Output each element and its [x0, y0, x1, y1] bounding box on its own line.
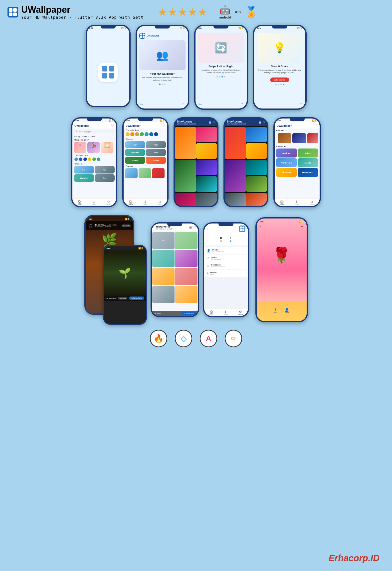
meta-card-8[interactable] [175, 286, 197, 303]
get-started-button[interactable]: Let's Started [270, 78, 289, 82]
settings-profile-item[interactable]: 👤 Profile Your Membership › [204, 247, 248, 254]
skip-button-2[interactable]: Skip [198, 103, 202, 105]
appwrite-icon-circle[interactable]: A [200, 330, 217, 347]
settings-feedback-item[interactable]: ☆ Feedback Input your comment › [204, 262, 248, 270]
chosen-rain[interactable]: Rain [95, 166, 115, 174]
meta-card-1[interactable]: 📰 [152, 232, 175, 249]
meta-download-button[interactable]: DOWNLOAD [182, 312, 196, 315]
pop-card-cat-2[interactable] [292, 133, 306, 143]
sketch-icon-circle[interactable]: ✏ [225, 330, 242, 347]
ba-card-7[interactable] [175, 193, 196, 206]
cat-mobile[interactable]: Mobile [298, 158, 318, 167]
pop-card-1[interactable] [125, 168, 138, 178]
ba-card-b2[interactable] [246, 127, 267, 142]
pop-card-2[interactable] [139, 168, 151, 178]
ba-card-6[interactable] [196, 176, 217, 192]
color-dot-2[interactable] [79, 158, 82, 161]
color-dot-6[interactable] [97, 158, 100, 161]
settings-version-item[interactable]: ℹ Version v.3.0.9 › [204, 270, 248, 277]
heart-icon-5[interactable]: ♡ [315, 124, 318, 128]
nav-home-2[interactable]: 🏠 Home [129, 200, 133, 205]
cat-forest[interactable]: Forest [125, 157, 145, 164]
flutter-icon-circle[interactable]: ◇ [175, 330, 192, 347]
pop-card-cat-3[interactable] [307, 133, 318, 143]
nav-setting-settings[interactable]: ⚙ Setting [238, 310, 243, 315]
heart-icon-3[interactable]: ♡ [212, 121, 215, 124]
meta-heart-icon[interactable]: ♡ [193, 226, 196, 229]
swatch-green[interactable] [140, 132, 144, 136]
pink-heart-icon[interactable]: ♥ [301, 224, 303, 228]
next-arrow-icon[interactable]: → [182, 102, 185, 105]
firebase-icon-circle[interactable]: 🔥 [150, 330, 167, 347]
swatch-orange[interactable] [130, 132, 134, 136]
nav-home-settings[interactable]: 🏠 Home [209, 310, 213, 315]
cat-nature[interactable]: Nature [298, 148, 318, 158]
heart-icon-2[interactable]: ♡ [162, 124, 165, 128]
cat-abstract[interactable]: Abstract [276, 148, 297, 158]
ba-card-b6[interactable] [246, 176, 267, 192]
ba-card-8[interactable] [196, 193, 217, 206]
ba-card-tall-3[interactable] [225, 127, 246, 159]
pink-info-item[interactable]: ℹ Info [274, 308, 277, 314]
color-dot-1[interactable] [74, 158, 78, 161]
color-dot-4[interactable] [88, 158, 91, 161]
ba-card-tall-1[interactable] [175, 127, 196, 159]
ba-card-tall-4[interactable] [225, 160, 246, 192]
chosen-rain2[interactable]: Rain [95, 174, 115, 182]
skip-button[interactable]: Skip [140, 103, 143, 105]
settings-share-item[interactable]: ↗ Share Tell your friend › [204, 254, 248, 262]
cat-sky[interactable]: Sky [125, 141, 145, 148]
pink-back-button[interactable]: ‹ [260, 224, 261, 228]
nav-setting[interactable]: ⚙ Setting [106, 200, 111, 205]
settings-back-button[interactable]: ‹ [207, 227, 208, 230]
ba-card-b7[interactable] [225, 193, 246, 206]
swatch-teal[interactable] [145, 132, 149, 136]
cat-waterfall[interactable]: Waterfall [125, 149, 145, 156]
nav-saved-3[interactable]: ⬇ Saved [295, 200, 299, 205]
nav-home[interactable]: 🏠 Home [78, 200, 82, 205]
meta-card-4[interactable] [175, 250, 197, 267]
cat-rain2[interactable]: Rain [146, 149, 166, 156]
nav-saved-settings[interactable]: ⬇ Saved [223, 310, 228, 315]
ba-card-b8[interactable] [246, 193, 267, 206]
swatch-yellow[interactable] [126, 132, 130, 136]
color-dot-5[interactable] [92, 158, 96, 161]
download-button[interactable]: DOWNLOAD [129, 296, 144, 300]
ba-card-2[interactable] [196, 127, 217, 142]
meta-card-2[interactable] [175, 232, 197, 249]
cat-architecture[interactable]: Architecture [276, 158, 297, 167]
ba-card-3[interactable] [196, 143, 217, 159]
nav-saved[interactable]: ⬇ Saved [92, 200, 96, 205]
cat-underwater[interactable]: Underwater [298, 168, 318, 177]
ba-card-tall-2[interactable] [175, 160, 196, 192]
cat-sunset[interactable]: Sunset [146, 157, 166, 164]
nav-setting-2[interactable]: ⚙ Setting [158, 200, 162, 205]
cat-rain[interactable]: Rain [146, 141, 166, 148]
pop-card-cat-1[interactable] [278, 133, 291, 143]
meta-back-button[interactable]: ‹ [154, 226, 155, 229]
chosen-sky[interactable]: Sky [74, 166, 94, 174]
meta-card-5[interactable] [152, 268, 175, 285]
search-bar[interactable]: 🔍 Find Wallpaper... [74, 130, 115, 134]
start-arrow-icon[interactable]: → [299, 102, 302, 105]
heart-icon-4[interactable]: ♡ [262, 121, 265, 124]
grid-icon-1[interactable]: ⊞ [208, 121, 211, 124]
pink-save-item[interactable]: 👤 Save [285, 308, 289, 314]
nav-saved-2[interactable]: ⬇ Saved [143, 200, 147, 205]
happening-card-1[interactable]: 🌸 [74, 142, 86, 153]
pop-card-3[interactable] [152, 168, 165, 178]
ba-card-b5[interactable] [246, 160, 267, 175]
swatch-blue[interactable] [149, 132, 153, 136]
meta-card-3[interactable] [152, 250, 175, 267]
meta-card-7[interactable] [152, 286, 175, 303]
grid-icon-2[interactable]: ⊞ [258, 121, 261, 124]
happening-card-2[interactable]: 💃 [87, 142, 100, 153]
color-dot-3[interactable] [83, 158, 87, 161]
happening-card-3[interactable]: 🌅 [101, 142, 113, 153]
meta-grid-icon[interactable]: ⊞ [189, 226, 192, 229]
nav-home-3[interactable]: 🏠 Home [280, 200, 284, 205]
meta-card-6[interactable] [175, 268, 197, 285]
ba-card-b3[interactable] [246, 143, 267, 159]
cat-sunshine[interactable]: Sunshine [276, 168, 297, 177]
nav-setting-3[interactable]: ⚙ Setting [310, 200, 314, 205]
